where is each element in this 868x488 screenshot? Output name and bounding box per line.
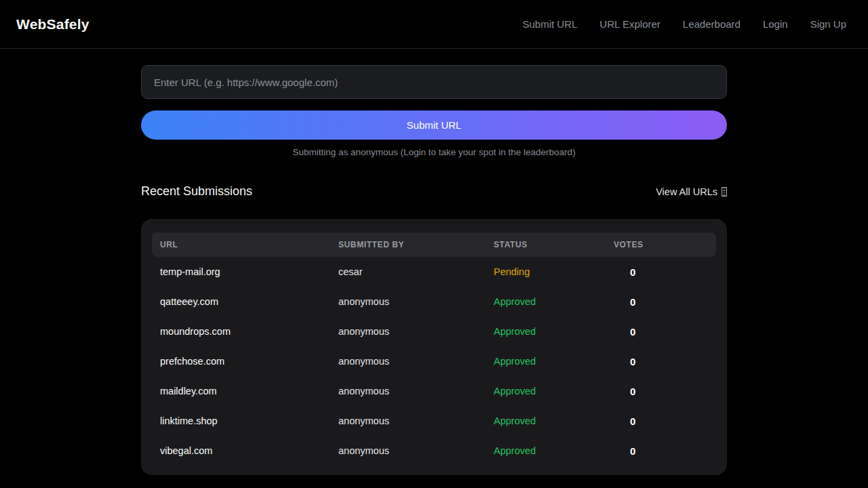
column-header-submitted-by: SUBMITTED BY xyxy=(338,240,494,249)
column-header-url: URL xyxy=(160,240,338,249)
votes-cell: 0 xyxy=(614,445,716,457)
url-input[interactable] xyxy=(141,65,727,99)
submitted-by-cell: anonymous xyxy=(338,326,494,337)
url-cell: prefchose.com xyxy=(160,356,338,367)
status-cell: Approved xyxy=(494,386,614,396)
status-cell: Approved xyxy=(494,445,614,456)
votes-cell: 0 xyxy=(614,356,716,367)
url-cell: maildley.com xyxy=(160,386,338,396)
table-row: qatteeey.com anonymous Approved 0 xyxy=(152,287,716,317)
view-all-urls-link[interactable]: View All URLs xyxy=(656,186,727,197)
votes-cell: 0 xyxy=(614,386,716,397)
url-cell: qatteeey.com xyxy=(160,296,338,307)
brand-logo[interactable]: WebSafely xyxy=(16,16,90,33)
table-row: moundrops.com anonymous Approved 0 xyxy=(152,317,716,346)
nav-item-leaderboard[interactable]: Leaderboard xyxy=(683,18,741,30)
status-cell: Approved xyxy=(494,326,614,337)
nav-item-submit-url[interactable]: Submit URL xyxy=(523,18,578,30)
url-cell: linktime.shop xyxy=(160,415,338,426)
table-header-row: URL SUBMITTED BY STATUS VOTES xyxy=(152,232,716,257)
top-nav: WebSafely Submit URL URL Explorer Leader… xyxy=(0,0,868,49)
recent-submissions-header: Recent Submissions View All URLs xyxy=(141,184,727,199)
anonymous-helper-text: Submitting as anonymous (Login to take y… xyxy=(141,147,727,157)
table-row: linktime.shop anonymous Approved 0 xyxy=(152,406,716,436)
nav-item-sign-up[interactable]: Sign Up xyxy=(810,18,846,30)
status-cell: Approved xyxy=(494,415,614,426)
main-content: Submit URL Submitting as anonymous (Logi… xyxy=(141,65,727,475)
nav-links: Submit URL URL Explorer Leaderboard Logi… xyxy=(523,18,847,30)
table-body: temp-mail.org cesar Pending 0 qatteeey.c… xyxy=(152,257,716,466)
status-cell: Approved xyxy=(494,356,614,367)
view-all-label: View All URLs xyxy=(656,186,717,197)
url-cell: temp-mail.org xyxy=(160,266,338,277)
missing-glyph-arrow-icon xyxy=(722,187,727,197)
column-header-votes: VOTES xyxy=(614,240,716,249)
url-cell: moundrops.com xyxy=(160,326,338,337)
submit-url-button[interactable]: Submit URL xyxy=(141,110,727,140)
submitted-by-cell: anonymous xyxy=(338,415,494,426)
nav-item-login[interactable]: Login xyxy=(763,18,788,30)
table-row: prefchose.com anonymous Approved 0 xyxy=(152,346,716,376)
submitted-by-cell: anonymous xyxy=(338,445,494,456)
nav-item-url-explorer[interactable]: URL Explorer xyxy=(599,18,660,30)
submissions-table-card: URL SUBMITTED BY STATUS VOTES temp-mail.… xyxy=(141,219,727,475)
submitted-by-cell: anonymous xyxy=(338,386,494,396)
table-row: temp-mail.org cesar Pending 0 xyxy=(152,257,716,287)
votes-cell: 0 xyxy=(614,296,716,308)
table-row: maildley.com anonymous Approved 0 xyxy=(152,376,716,406)
submitted-by-cell: anonymous xyxy=(338,296,494,307)
section-title: Recent Submissions xyxy=(141,184,252,199)
votes-cell: 0 xyxy=(614,415,716,427)
submitted-by-cell: anonymous xyxy=(338,356,494,367)
submitted-by-cell: cesar xyxy=(338,266,494,277)
status-cell: Approved xyxy=(494,296,614,307)
column-header-status: STATUS xyxy=(494,240,614,249)
url-cell: vibegal.com xyxy=(160,445,338,456)
votes-cell: 0 xyxy=(614,326,716,338)
status-cell: Pending xyxy=(494,266,614,277)
votes-cell: 0 xyxy=(614,266,716,278)
table-row: vibegal.com anonymous Approved 0 xyxy=(152,436,716,466)
